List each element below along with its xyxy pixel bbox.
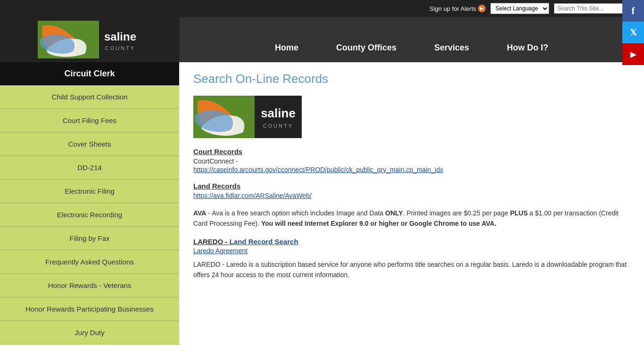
svg-text:COUNTY: COUNTY <box>263 123 293 129</box>
saline-county-logo: saline COUNTY <box>38 21 141 58</box>
land-records-section: Land Records https://ava.fidlar.com/ARSa… <box>193 182 630 199</box>
court-records-section: Court Records CourtConnect - https://cas… <box>193 148 630 173</box>
sidebar-item-jury-duty[interactable]: Jury Duty <box>0 321 179 345</box>
alerts-link[interactable]: Sign up for Alerts ▶ <box>429 5 486 12</box>
laredo-link[interactable]: Land Record Search <box>230 238 298 246</box>
page-title: Search On-Line Records <box>193 72 630 86</box>
twitter-button[interactable]: 𝕏 <box>622 22 644 43</box>
social-sidebar: f 𝕏 ▶ <box>622 0 644 65</box>
nav-link-services[interactable]: Services <box>415 33 488 62</box>
main-nav: Home County Offices Services How Do I? <box>179 17 644 62</box>
twitter-icon: 𝕏 <box>630 27 637 38</box>
nav-item-services[interactable]: Services <box>415 33 488 62</box>
nav-item-county-offices[interactable]: County Offices <box>317 33 415 62</box>
land-records-heading: Land Records <box>193 182 630 190</box>
page-body: Circuit Clerk Child Support Collection C… <box>0 62 644 362</box>
laredo-heading: LAREDO - Land Record Search <box>193 238 630 246</box>
nav-link-county-offices[interactable]: County Offices <box>317 33 415 62</box>
sidebar-item-child-support[interactable]: Child Support Collection <box>0 85 179 109</box>
laredo-section: LAREDO - Land Record Search Laredo Agree… <box>193 238 630 255</box>
svg-text:saline: saline <box>104 30 136 43</box>
nav-item-how-do-i[interactable]: How Do I? <box>488 33 567 62</box>
sidebar-item-electronic-recording[interactable]: Electronic Recording <box>0 203 179 227</box>
court-records-heading: Court Records <box>193 148 630 156</box>
facebook-button[interactable]: f <box>622 0 644 22</box>
header: saline COUNTY Home County Offices Servic… <box>0 17 644 62</box>
language-select[interactable]: Select Language <box>490 3 549 14</box>
ava-description: AVA - Ava is a free search option which … <box>193 208 630 229</box>
sidebar-item-honor-businesses[interactable]: Honor Rewards Participating Businesses <box>0 297 179 321</box>
saline-logo-image: saline COUNTY <box>193 96 302 138</box>
sidebar-item-court-filing-fees[interactable]: Court Filing Fees <box>0 109 179 132</box>
laredo-prefix: LAREDO - <box>193 238 230 246</box>
sidebar-item-cover-sheets[interactable]: Cover Sheets <box>0 132 179 156</box>
youtube-icon: ▶ <box>630 50 636 59</box>
court-records-subtext: CourtConnect - <box>193 157 630 165</box>
logo-area: saline COUNTY <box>0 17 179 62</box>
main-content: Search On-Line Records saline COUNTY Cou… <box>179 62 644 362</box>
nav-link-how-do-i[interactable]: How Do I? <box>488 33 567 62</box>
sidebar-item-filing-by-fax[interactable]: Filing by Fax <box>0 227 179 250</box>
youtube-button[interactable]: ▶ <box>622 43 644 65</box>
sidebar-item-faq[interactable]: Frequently Asked Questions <box>0 250 179 274</box>
svg-text:COUNTY: COUNTY <box>105 45 135 51</box>
land-records-link[interactable]: https://ava.fidlar.com/ARSaline/AvaWeb/ <box>193 192 312 199</box>
sidebar-title: Circuit Clerk <box>0 62 179 85</box>
nav-link-home[interactable]: Home <box>256 33 317 62</box>
facebook-icon: f <box>631 5 635 17</box>
sidebar: Circuit Clerk Child Support Collection C… <box>0 62 179 362</box>
sidebar-item-honor-veterans[interactable]: Honor Rewards - Veterans <box>0 274 179 297</box>
sidebar-item-dd214[interactable]: DD-214 <box>0 156 179 180</box>
svg-text:saline: saline <box>261 106 296 120</box>
court-records-link[interactable]: https://caseinfo.arcourts.gov/cconnect/P… <box>193 166 443 173</box>
laredo-description: LAREDO - Laredo is a subscription based … <box>193 259 630 280</box>
alerts-label: Sign up for Alerts <box>429 5 476 12</box>
sidebar-item-electronic-filing[interactable]: Electronic Filing <box>0 180 179 203</box>
laredo-agreement-link[interactable]: Laredo Agreement <box>193 247 630 255</box>
search-input[interactable] <box>554 3 625 14</box>
nav-item-home[interactable]: Home <box>256 33 317 62</box>
alerts-arrow-icon: ▶ <box>478 5 486 12</box>
top-bar: Sign up for Alerts ▶ Select Language 🔍 <box>0 0 644 17</box>
